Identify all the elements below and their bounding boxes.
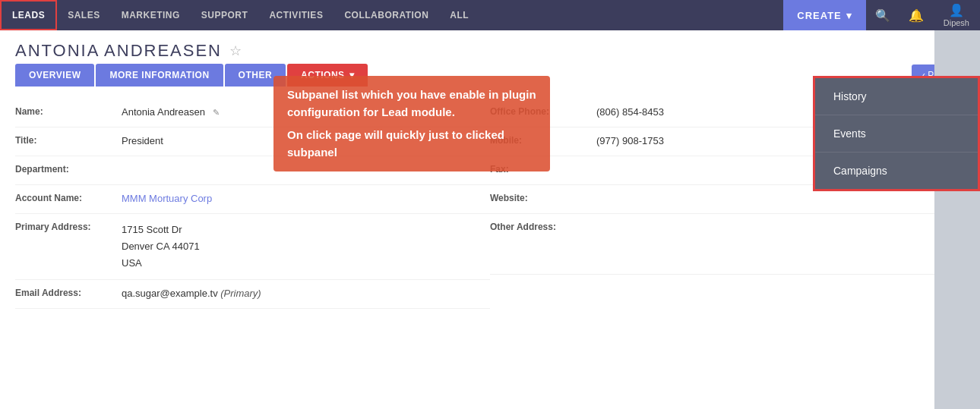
- nav-item-support[interactable]: SUPPORT: [191, 0, 259, 30]
- other-address-label: Other Address:: [490, 222, 596, 232]
- search-icon: 🔍: [875, 8, 890, 23]
- user-menu[interactable]: 👤 Dipesh: [933, 3, 980, 27]
- nav-item-collaboration[interactable]: COLLABORATION: [334, 0, 439, 30]
- nav-item-activities[interactable]: ACTIVITIES: [258, 0, 334, 30]
- notifications-icon-btn[interactable]: 🔔: [899, 0, 933, 30]
- tooltip-line2: configuration for Lead module.: [287, 104, 536, 121]
- record-title: ANTONIA ANDREASEN: [15, 41, 222, 61]
- email-link[interactable]: qa.sugar@example.tv: [122, 288, 218, 299]
- tooltip-line3: On click page will quickly just to click…: [287, 127, 536, 144]
- primary-address-value: 1715 Scott Dr Denver CA 44071 USA: [122, 222, 490, 272]
- tooltip-line1: Subpanel list which you have enable in p…: [287, 87, 536, 104]
- email-primary-badge: (Primary): [218, 288, 261, 299]
- user-avatar-icon: 👤: [949, 3, 964, 17]
- edit-inline-icon[interactable]: ✎: [213, 108, 220, 117]
- primary-address-label: Primary Address:: [15, 222, 122, 232]
- field-primary-address: Primary Address: 1715 Scott Dr Denver CA…: [15, 214, 490, 280]
- nav-item-all[interactable]: ALL: [439, 0, 479, 30]
- subpanel-dropdown: History Events Campaigns: [813, 76, 980, 191]
- field-account: Account Name: MMM Mortuary Corp: [15, 185, 490, 214]
- website-label: Website:: [490, 193, 596, 203]
- favorite-star-icon[interactable]: ☆: [229, 42, 242, 59]
- record-header: ANTONIA ANDREASEN ☆: [0, 30, 980, 64]
- subpanel-item-campaigns[interactable]: Campaigns: [815, 153, 978, 189]
- create-button[interactable]: CREATE ▾: [783, 0, 865, 30]
- subpanel-item-events[interactable]: Events: [815, 115, 978, 153]
- account-label: Account Name:: [15, 193, 122, 203]
- search-icon-btn[interactable]: 🔍: [866, 0, 899, 30]
- title-label: Title:: [15, 135, 122, 146]
- tab-more-information[interactable]: MORE INFORMATION: [96, 64, 223, 87]
- nav-item-marketing[interactable]: MARKETING: [111, 0, 191, 30]
- user-name: Dipesh: [944, 18, 969, 27]
- email-value: qa.sugar@example.tv (Primary): [122, 288, 490, 299]
- tab-overview[interactable]: OVERVIEW: [15, 64, 94, 87]
- top-nav: LEADS SALES MARKETING SUPPORT ACTIVITIES…: [0, 0, 980, 30]
- create-arrow-icon: ▾: [846, 10, 852, 21]
- bell-icon: 🔔: [909, 8, 924, 23]
- field-email: Email Address: qa.sugar@example.tv (Prim…: [15, 280, 490, 309]
- nav-right: CREATE ▾ 🔍 🔔 👤 Dipesh: [783, 0, 980, 30]
- content-wrapper: ANTONIA ANDREASEN ☆ Subpanel list which …: [0, 30, 980, 409]
- nav-item-leads[interactable]: LEADS: [0, 0, 57, 30]
- nav-item-sales[interactable]: SALES: [57, 0, 111, 30]
- department-label: Department:: [15, 164, 122, 175]
- tooltip-line4: subpanel: [287, 144, 536, 162]
- subpanel-item-history[interactable]: History: [815, 78, 978, 115]
- tooltip-overlay: Subpanel list which you have enable in p…: [273, 76, 550, 171]
- name-label: Name:: [15, 106, 122, 117]
- field-other-address: Other Address:: [490, 214, 965, 275]
- account-value[interactable]: MMM Mortuary Corp: [122, 193, 490, 204]
- create-label: CREATE: [797, 10, 841, 21]
- email-label: Email Address:: [15, 288, 122, 298]
